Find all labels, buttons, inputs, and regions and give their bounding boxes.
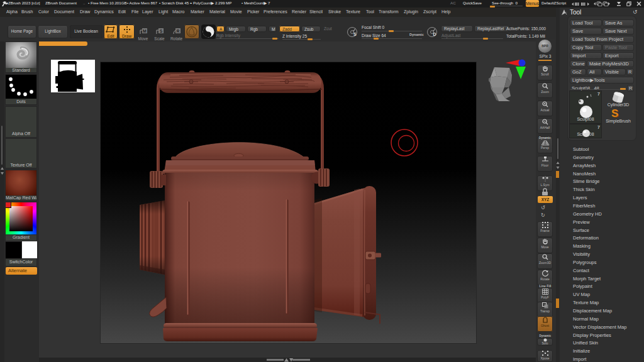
- svg-text:M: M: [143, 29, 147, 33]
- svg-text:D: D: [433, 32, 436, 36]
- svg-text:S: S: [160, 29, 163, 33]
- svg-text:R: R: [176, 29, 179, 33]
- svg-text:S: S: [353, 32, 357, 36]
